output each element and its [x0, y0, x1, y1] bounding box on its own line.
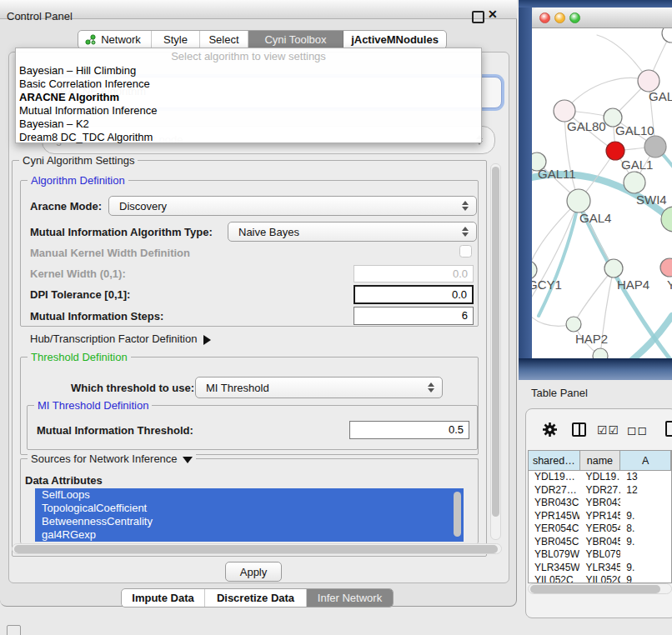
table-cell [620, 497, 671, 510]
network-node[interactable] [662, 28, 672, 42]
mi-algorithm-type-combo[interactable]: Naive Bayes [228, 222, 477, 242]
settings-horizontal-scrollbar[interactable] [12, 543, 502, 554]
table-cell: YBR045C [579, 536, 620, 549]
split-panel-icon[interactable] [572, 422, 586, 437]
table-cell: YBR043C [529, 497, 579, 510]
which-threshold-label: Which threshold to use: [71, 382, 194, 394]
mi-threshold-field[interactable]: 0.5 [349, 421, 469, 439]
data-attribute-item[interactable]: SelfLoops [35, 488, 464, 502]
table-cell: YBR045C [529, 536, 579, 549]
hub-definition-expander[interactable]: Hub/Transcription Factor Definition [30, 332, 211, 345]
table-cell: YPR145W [529, 510, 579, 523]
apply-button[interactable]: Apply [225, 562, 282, 582]
tab-style[interactable]: Style [152, 31, 200, 48]
table-row[interactable]: YBL079WYBL079W [529, 548, 671, 562]
table-row[interactable]: YDR27…YDR27…12 [529, 484, 671, 498]
data-attribute-item[interactable]: TopologicalCoefficient [35, 502, 464, 515]
table-cell: YDR27… [579, 484, 620, 498]
table-cell: YDR27… [529, 484, 579, 498]
table-row[interactable]: YIL052CYIL052C9 [529, 574, 671, 583]
dpi-tolerance-field[interactable]: 0.0 [354, 285, 474, 304]
mi-threshold-title: MI Threshold Definition [34, 399, 152, 412]
network-view-canvas[interactable]: GALGAL80GAL10GAL1GAL11SWI4GAL4GCY1HAP4YH… [532, 28, 672, 358]
minimize-window-icon[interactable] [554, 12, 565, 23]
attributes-scrollbar[interactable] [453, 490, 462, 538]
tab-select[interactable]: Select [200, 31, 248, 48]
node-label: HAP4 [617, 278, 649, 292]
table-column-header[interactable]: name [580, 451, 621, 470]
algorithm-option[interactable]: ARACNE Algorithm [16, 91, 481, 104]
mi-steps-field[interactable]: 6 [354, 307, 474, 325]
data-attribute-item[interactable]: BetweennessCentrality [35, 515, 464, 528]
table-cell: YPR145W [579, 510, 620, 523]
network-node[interactable] [532, 261, 537, 279]
kernel-width-label: Kernel Width (0,1): [30, 268, 126, 280]
node-label: GAL11 [538, 167, 576, 181]
table-row[interactable]: YBR045CYBR045C9. [529, 536, 671, 549]
sources-title[interactable]: Sources for Network Inference [28, 452, 196, 465]
manual-kernel-width-checkbox[interactable] [459, 245, 472, 258]
close-window-icon[interactable] [539, 12, 550, 23]
tab-cyni-toolbox[interactable]: Cyni Toolbox [248, 31, 344, 48]
control-panel-title: Control Panel [7, 10, 73, 22]
algorithm-option[interactable]: Bayesian – K2 [16, 118, 481, 131]
tab-discretize-data[interactable]: Discretize Data [205, 589, 307, 607]
data-attributes-label: Data Attributes [25, 474, 103, 487]
algorithm-option[interactable]: Dream8 DC_TDC Algorithm [16, 131, 481, 144]
algorithm-dropdown: Select algorithm to view settings Bayesi… [15, 48, 482, 143]
which-threshold-combo[interactable]: MI Threshold [195, 377, 443, 398]
tab-network[interactable]: Network [78, 31, 152, 48]
table-cell: YLR345W [579, 562, 620, 575]
algorithm-option[interactable]: Mutual Information Inference [16, 104, 481, 118]
tab-jactivemnodules[interactable]: jActiveMNodules [344, 31, 446, 48]
data-attribute-item[interactable]: gal4RGexp [35, 528, 464, 542]
node-label: GAL80 [567, 119, 606, 133]
mi-steps-label: Mutual Information Steps: [30, 310, 163, 322]
tab-infer-network[interactable]: Infer Network [307, 589, 393, 607]
network-edge[interactable] [574, 268, 614, 324]
table-cell: YER054C [579, 522, 620, 536]
aracne-mode-combo[interactable]: Discovery [108, 196, 477, 216]
tab-impute-data[interactable]: Impute Data [122, 589, 205, 607]
settings-vertical-scrollbar[interactable] [490, 163, 501, 540]
network-edge[interactable] [539, 201, 579, 316]
table-row[interactable]: YBR043CYBR043C [529, 497, 671, 510]
zoom-window-icon[interactable] [569, 12, 580, 23]
table-row[interactable]: YDL19…YDL19…13 [529, 471, 671, 484]
data-attributes-list[interactable]: SelfLoopsTopologicalCoefficientBetweenne… [35, 488, 464, 542]
network-node[interactable] [660, 258, 672, 277]
kernel-width-field[interactable]: 0.0 [354, 265, 474, 282]
unselect-all-columns-icon[interactable]: ◻◻ [627, 423, 648, 437]
node-label: HAP2 [575, 332, 608, 346]
algorithm-option[interactable]: Basic Correlation Inference [16, 78, 481, 91]
float-panel-icon[interactable] [472, 11, 484, 23]
mi-algorithm-type-label: Mutual Information Algorithm Type: [30, 226, 213, 238]
export-table-icon[interactable] [665, 421, 672, 437]
table-cell: 13 [620, 471, 671, 484]
network-node[interactable] [593, 348, 608, 358]
table-cell: 9. [620, 562, 671, 575]
collapsed-panel-icon[interactable] [7, 625, 21, 635]
dpi-tolerance-label: DPI Tolerance [0,1]: [30, 288, 130, 301]
table-row[interactable]: YLR345WYLR345W9. [529, 562, 671, 575]
network-node[interactable] [567, 189, 590, 212]
network-node[interactable] [604, 259, 623, 278]
node-table[interactable]: shared…nameA YDL19…YDL19…13YDR27…YDR27…1… [528, 450, 672, 583]
gear-icon[interactable] [542, 422, 558, 441]
table-row[interactable]: YPR145WYPR145W9. [529, 510, 671, 523]
table-column-header[interactable]: shared… [529, 451, 580, 470]
network-node[interactable] [624, 172, 645, 193]
network-node[interactable] [644, 136, 666, 158]
network-window-border-top [519, 0, 672, 8]
select-all-columns-icon[interactable]: ☑☑ [597, 423, 619, 437]
table-row[interactable]: YER054CYER054C8. [529, 522, 671, 536]
network-node[interactable] [566, 317, 581, 332]
table-column-header[interactable]: A [620, 451, 671, 470]
network-window-titlebar[interactable] [532, 8, 672, 28]
control-panel-titlebar[interactable] [0, 0, 517, 19]
algorithm-option[interactable]: Bayesian – Hill Climbing [16, 64, 481, 78]
table-horizontal-scrollbar[interactable] [528, 583, 672, 594]
table-header-row: shared…nameA [529, 451, 671, 471]
node-label: GAL1 [621, 158, 653, 172]
close-panel-icon[interactable]: ✕ [488, 8, 498, 21]
